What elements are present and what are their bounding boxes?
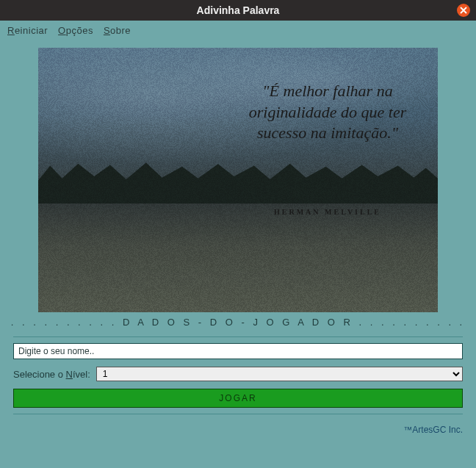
play-button[interactable]: JOGAR (13, 389, 463, 408)
quote-author: HERMAN MELVILLE (232, 208, 423, 216)
menu-sobre[interactable]: Sobre (104, 25, 131, 36)
titlebar: Adivinha Palavra (0, 0, 476, 21)
form-area: Selecione o Nível: 1 JOGAR (0, 343, 476, 408)
divider-top (13, 336, 463, 337)
quote-text: "É melhor falhar na originalidade do que… (232, 81, 423, 144)
footer-brand: ™ArtesGC Inc. (0, 420, 476, 435)
window-title: Adivinha Palavra (197, 4, 280, 16)
app-body: Reiniciar Opções Sobre "É melhor falhar … (0, 21, 476, 468)
menubar: Reiniciar Opções Sobre (0, 21, 476, 40)
section-title: . . . . . . . . . . D A D O S - D O - J … (0, 317, 476, 328)
menu-opcoes[interactable]: Opções (58, 25, 93, 36)
menu-reiniciar[interactable]: Reiniciar (7, 25, 48, 36)
hero-image: "É melhor falhar na originalidade do que… (38, 48, 438, 312)
level-row: Selecione o Nível: 1 (13, 367, 463, 381)
level-label: Selecione o Nível: (13, 369, 90, 380)
close-button[interactable] (457, 4, 470, 17)
close-icon (460, 7, 467, 14)
divider-bottom (13, 414, 463, 414)
name-input[interactable] (13, 343, 463, 359)
level-select[interactable]: 1 (96, 367, 463, 381)
